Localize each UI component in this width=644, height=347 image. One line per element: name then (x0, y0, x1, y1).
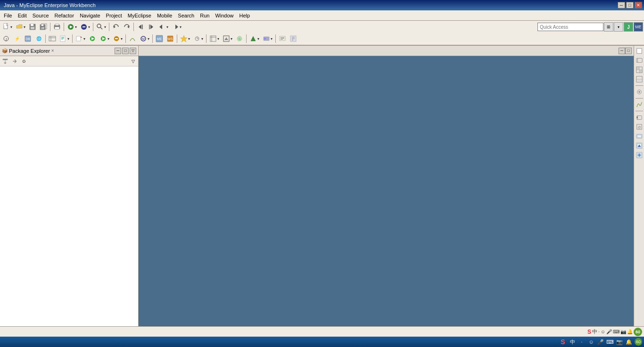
rs-btn-11[interactable] (635, 151, 644, 159)
rs-btn-10[interactable] (635, 141, 644, 150)
tb-undo-button[interactable] (111, 22, 121, 32)
tb2-btn13[interactable]: ME (154, 33, 165, 44)
menu-run[interactable]: Run (197, 12, 212, 19)
new-dropdown-arrow: ▾ (10, 25, 12, 29)
toolbar-area: ▾ ▾ ▾ ▾ ▾ (0, 21, 644, 46)
quick-access-input[interactable] (537, 23, 603, 31)
tb2-btn11[interactable] (127, 33, 138, 44)
tb2-btn4[interactable]: 🌐 (33, 33, 44, 44)
tray-icon-5[interactable]: 🎤 (597, 338, 604, 346)
status-bell: 🔔 (627, 329, 633, 334)
minimize-button[interactable]: ─ (618, 2, 625, 8)
tb2-btn9[interactable]: ▾ (98, 33, 111, 44)
tb2-btn17[interactable]: ▾ (208, 33, 221, 44)
tb2-sep2 (72, 34, 73, 43)
editor-maximize-button[interactable]: □ (625, 48, 632, 54)
tb2-btn7[interactable]: ▾ (74, 33, 87, 44)
maximize-button[interactable]: □ (626, 2, 634, 8)
tb-open-button[interactable]: ▾ (14, 22, 27, 32)
tb2-btn1[interactable]: J (1, 33, 11, 44)
tb2-btn19[interactable]: S (234, 33, 245, 44)
tb2-btn12[interactable]: M ▾ (138, 33, 151, 44)
myeclipse-button[interactable]: ME (634, 22, 643, 32)
menu-search[interactable]: Search (175, 12, 197, 19)
menu-navigate[interactable]: Navigate (77, 12, 103, 19)
menu-project[interactable]: Project (103, 12, 125, 19)
tb2-btn6[interactable]: ▾ (58, 33, 71, 44)
panel-maximize-button[interactable]: □ (122, 48, 129, 54)
tb2-btn22[interactable] (277, 33, 288, 44)
tb2-btn18[interactable]: ▾ (221, 33, 234, 44)
tb-run-button[interactable]: ▾ (66, 22, 78, 32)
tb-next-edit-button[interactable] (146, 22, 157, 32)
svg-rect-80 (639, 70, 642, 73)
java-perspective-button[interactable]: J (624, 22, 633, 32)
svg-marker-25 (175, 25, 178, 29)
tray-badge: 60 (635, 338, 642, 346)
tb2-btn8[interactable] (87, 33, 98, 44)
rs-btn-3[interactable] (635, 66, 644, 74)
tb-redo-button[interactable] (122, 22, 132, 32)
debug-dropdown-arrow: ▾ (88, 25, 90, 29)
editor-minimize-button[interactable]: ─ (619, 48, 625, 54)
tray-icon-2[interactable]: 中 (569, 338, 576, 346)
tb2-btn15[interactable]: ▾ (179, 33, 191, 44)
rs-btn-5[interactable] (635, 88, 644, 96)
tb-forward-button[interactable]: ▾ (170, 22, 183, 32)
menu-window[interactable]: Window (212, 12, 236, 19)
tb-print-button[interactable] (52, 22, 62, 32)
panel-close-button[interactable]: × (51, 48, 54, 53)
rs-btn-7[interactable] (635, 113, 644, 122)
rs-btn-4[interactable] (635, 75, 644, 83)
tb-back-button[interactable]: ▾ (157, 22, 170, 32)
tray-icon-3[interactable]: · (578, 338, 586, 346)
menu-edit[interactable]: Edit (15, 12, 30, 19)
tb2-btn14[interactable]: WS (165, 33, 175, 44)
panel-view-dropdown[interactable]: ▽ (129, 57, 137, 66)
menu-mobile[interactable]: Mobile (154, 12, 175, 19)
tb2-btn2[interactable]: ⚡ (12, 33, 22, 44)
menu-myeclipse[interactable]: MyEclipse (125, 12, 154, 19)
editor-area[interactable]: ─ □ (139, 46, 634, 338)
tb-save-button[interactable] (27, 22, 38, 32)
menu-source[interactable]: Source (30, 12, 52, 19)
open-perspective-button[interactable]: ⊞ (604, 22, 613, 32)
menu-file[interactable]: File (1, 12, 15, 19)
tb-new-button[interactable]: ▾ (1, 22, 14, 32)
tray-icon-1[interactable]: S (559, 338, 567, 346)
tb-prev-edit-button[interactable] (135, 22, 146, 32)
link-editor-button[interactable] (10, 57, 19, 66)
svg-rect-79 (636, 67, 639, 70)
tray-icon-4[interactable]: ☺ (587, 338, 595, 346)
rs-btn-9[interactable] (635, 132, 644, 140)
tb2-btn20[interactable]: ▾ (248, 33, 261, 44)
svg-text:WS: WS (167, 37, 173, 41)
panel-minimize-button[interactable]: ─ (115, 48, 121, 54)
svg-marker-18 (114, 25, 116, 28)
collapse-all-button[interactable] (1, 57, 9, 66)
tray-icon-8[interactable]: 🔔 (625, 338, 633, 346)
tb-search-button[interactable]: ▾ (95, 22, 107, 32)
perspective-list-button[interactable]: ▾ (614, 22, 623, 32)
tray-icon-6[interactable]: ⌨ (606, 338, 614, 346)
panel-dropdown-button[interactable]: ▽ (130, 48, 136, 54)
tb-save-all-button[interactable] (38, 22, 49, 32)
rs-btn-8[interactable]: @ (635, 123, 644, 131)
tb2-btn3[interactable]: DB (23, 33, 33, 44)
view-menu-button[interactable]: ⊙ (20, 57, 28, 66)
menu-help[interactable]: Help (237, 12, 253, 19)
rs-btn-1[interactable] (635, 47, 644, 55)
menu-refactor[interactable]: Refactor (52, 12, 77, 19)
close-button[interactable]: ✕ (635, 2, 642, 8)
tb-debug-button[interactable]: ▾ (79, 22, 91, 32)
tb2-btn5[interactable] (47, 33, 58, 44)
tray-icon-7[interactable]: 📷 (616, 338, 623, 346)
svg-rect-1 (4, 24, 6, 25)
rs-btn-2[interactable] (635, 56, 644, 65)
tb2-btn23[interactable] (288, 33, 298, 44)
tb2-btn10[interactable]: ▾ (111, 33, 124, 44)
rs-btn-6[interactable] (635, 100, 644, 109)
status-bar: S 中 · ☺ 🎤 ⌨ 📷 🔔 60 (0, 326, 644, 337)
tb2-btn21[interactable]: ▾ (261, 33, 274, 44)
tb2-btn16[interactable]: ▾ (192, 33, 205, 44)
